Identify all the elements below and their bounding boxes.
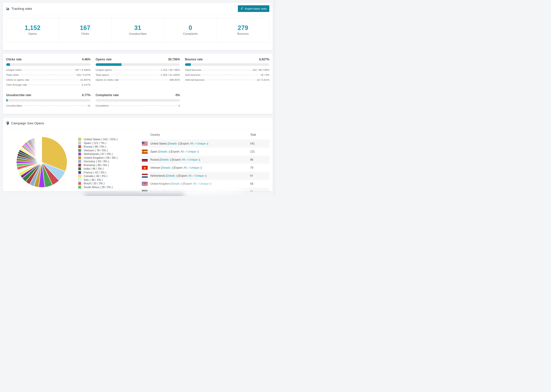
- legend-item[interactable]: Germany ( 55 / 3% ): [78, 160, 131, 163]
- rate-detail-label: Clicks to opens rate: [6, 78, 29, 81]
- rate-detail-label: Total clicks: [6, 73, 19, 76]
- dotted-leader: [120, 80, 168, 80]
- dotted-leader: [23, 70, 73, 70]
- export-all-link[interactable]: All ›: [184, 166, 188, 169]
- details-link[interactable]: Details ›: [160, 158, 170, 161]
- total-column-header: Total: [250, 133, 269, 136]
- legend-swatch: [78, 171, 81, 174]
- country-links: Russia [Details ›] [Export: All › / Uniq…: [150, 158, 200, 161]
- export-all-link[interactable]: All ›: [190, 142, 195, 145]
- country-name: Russia: [150, 158, 160, 161]
- export-all-link[interactable]: All ›: [193, 182, 198, 185]
- details-link[interactable]: Details ›: [159, 150, 169, 153]
- legend-swatch: [78, 178, 81, 182]
- map-pin-icon: [6, 121, 9, 125]
- legend-label: India ( 46 / 3% ): [84, 167, 104, 170]
- tracking-stats-title: Tracking stats: [6, 7, 32, 11]
- details-link[interactable]: Details ›: [162, 166, 172, 169]
- stat-bounces-value: 279: [238, 24, 248, 31]
- export-unique-link[interactable]: Unique ›: [191, 166, 201, 169]
- total-cell: 55: [250, 190, 269, 192]
- geo-table: Country Total United States [Details ›] …: [142, 131, 269, 192]
- legend-swatch: [78, 156, 81, 159]
- rate-detail-label: Total opens: [96, 73, 109, 76]
- bracket: ]: [206, 174, 206, 177]
- legend-item[interactable]: Russia ( 86 / 5% ): [78, 145, 131, 149]
- unsubscribe-rate-progressbar: [6, 99, 91, 102]
- geo-table-row: Spain [Details ›] [Export: All › / Uniqu…: [142, 147, 269, 156]
- dotted-leader: [111, 75, 159, 75]
- export-all-link[interactable]: All ›: [181, 150, 185, 153]
- bounce-rate-details: Hard bounces242 / 86.738%Soft bounces18 …: [185, 68, 269, 83]
- export-all-link[interactable]: All ›: [185, 190, 190, 192]
- legend-item[interactable]: India ( 46 / 3% ): [78, 167, 131, 171]
- details-link[interactable]: Details ›: [171, 182, 182, 185]
- export-basic-stats-button[interactable]: Export basic stats: [238, 5, 269, 12]
- geo-pie-chart: [6, 131, 78, 189]
- dotted-leader: [113, 70, 159, 70]
- stat-unsubscribes-value: 31: [134, 24, 141, 31]
- bounce-rate-progressbar: [185, 63, 269, 66]
- export-all-link[interactable]: All ›: [188, 174, 193, 177]
- rate-detail-label: Unique clicks: [6, 68, 22, 71]
- export-unique-link[interactable]: Unique ›: [200, 182, 210, 185]
- separator: /: [190, 190, 192, 192]
- export-unique-link[interactable]: Unique ›: [195, 174, 205, 177]
- complaints-rate-value: 0%: [176, 93, 180, 97]
- legend-swatch: [78, 141, 81, 145]
- opens-rate-title: Opens rate: [96, 58, 112, 61]
- rate-detail-value: 0: [178, 104, 180, 107]
- rates-spacer: [185, 93, 269, 109]
- rate-detail-label: Internal bounces: [185, 78, 205, 81]
- legend-item[interactable]: Spain ( 121 / 7% ): [78, 141, 131, 145]
- separator: /: [185, 150, 188, 153]
- legend-swatch: [78, 138, 81, 141]
- legend-label: South Africa ( 29 / 2% ): [84, 186, 113, 189]
- geo-table-row: Netherlands [Details ›] [Export: All › /…: [142, 172, 269, 180]
- country-links: Spain [Details ›] [Export: All › / Uniqu…: [150, 150, 199, 153]
- bracket: ]: [198, 150, 199, 153]
- dotted-leader: [203, 70, 251, 70]
- export-all-link[interactable]: All ›: [182, 158, 187, 161]
- rate-detail-value: 31: [88, 104, 91, 107]
- details-link[interactable]: Details ›: [163, 190, 173, 192]
- legend-item[interactable]: United States ( 541 / 31% ): [78, 138, 131, 141]
- us-flag-icon: [142, 142, 148, 146]
- stat-clicks: 167 Clicks: [59, 18, 111, 42]
- rate-detail-label: Opens to clicks rate: [96, 78, 119, 81]
- bracket: ] [: [173, 190, 175, 192]
- export-unique-link[interactable]: Unique ›: [197, 142, 207, 145]
- stat-complaints-value: 0: [189, 24, 192, 31]
- country-cell: Russia [Details ›] [Export: All › / Uniq…: [142, 158, 250, 162]
- rate-detail-row: Opens to clicks rate689.82%: [96, 78, 180, 83]
- export-unique-link[interactable]: Unique ›: [189, 158, 199, 161]
- details-link[interactable]: Details ›: [168, 142, 178, 145]
- dotted-leader: [31, 80, 78, 80]
- complaints-rate-progressbar: [96, 99, 180, 102]
- legend-item[interactable]: Brazil ( 33 / 2% ): [78, 182, 131, 185]
- details-link[interactable]: Details ›: [167, 174, 177, 177]
- legend-item[interactable]: Romania ( 49 / 3% ): [78, 163, 131, 167]
- ru-flag-icon: [142, 158, 148, 162]
- legend-item[interactable]: Vietnam ( 79 / 5% ): [78, 149, 131, 152]
- export-unique-link[interactable]: Unique ›: [192, 190, 202, 192]
- rate-detail-row: Click through rate4.147%: [6, 83, 91, 88]
- country-cell: United Kingdom [Details ›] [Export: All …: [142, 182, 250, 186]
- stat-clicks-value: 167: [80, 24, 91, 31]
- legend-item[interactable]: Canada ( 40 / 2% ): [78, 174, 131, 178]
- export-unique-link[interactable]: Unique ›: [188, 150, 198, 153]
- legend-item[interactable]: United Kingdom ( 59 / 3% ): [78, 156, 131, 160]
- clicks-rate-value: 4.46%: [82, 58, 91, 61]
- legend-label: Italy ( 36 / 2% ): [84, 178, 103, 182]
- stat-complaints-label: Complaints: [183, 32, 198, 35]
- legend-item[interactable]: Netherlands ( 67 / 4% ): [78, 152, 131, 156]
- country-links: Germany [Details ›] [Export: All › / Uni…: [150, 190, 203, 192]
- legend-swatch: [78, 152, 81, 156]
- legend-label: Spain ( 121 / 7% ): [84, 141, 106, 145]
- legend-item[interactable]: South Africa ( 29 / 2% ): [78, 185, 131, 189]
- bracket: ]: [207, 142, 208, 145]
- legend-item[interactable]: Italy ( 36 / 2% ): [78, 178, 131, 182]
- legend-item[interactable]: France ( 42 / 2% ): [78, 171, 131, 175]
- rate-detail-value: 18 / 0%: [261, 73, 269, 76]
- gb-flag-icon: [142, 182, 148, 186]
